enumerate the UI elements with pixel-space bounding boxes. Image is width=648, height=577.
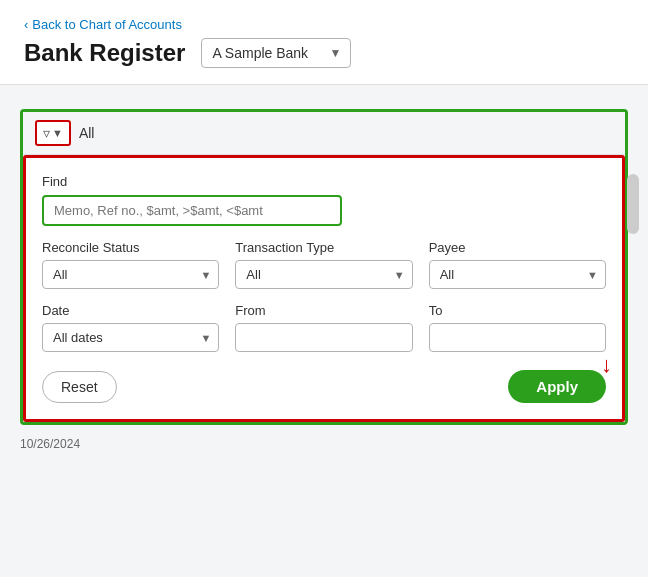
find-label: Find (42, 174, 606, 189)
filter-panel: Find Reconcile Status All Reconciled Unr… (23, 155, 625, 422)
filter-dropdown-icon: ▼ (52, 127, 63, 139)
filter-selects-row: Reconcile Status All Reconciled Unreconc… (42, 240, 606, 289)
date-stub: 10/26/2024 (20, 433, 628, 455)
from-input[interactable] (235, 323, 412, 352)
chevron-left-icon: ‹ (24, 17, 28, 32)
filter-bar: ▿ ▼ All (23, 112, 625, 155)
header-section: ‹ Back to Chart of Accounts Bank Registe… (0, 0, 648, 85)
back-link[interactable]: ‹ Back to Chart of Accounts (24, 17, 182, 32)
from-label: From (235, 303, 412, 318)
find-section: Find (42, 174, 606, 226)
bank-select[interactable]: A Sample Bank (201, 38, 351, 68)
filter-icon: ▿ (43, 125, 50, 141)
bank-select-wrapper: A Sample Bank ▼ (201, 38, 351, 68)
date-label: Date (42, 303, 219, 318)
filter-outer: ▿ ▼ All Find Reconcile Status (20, 109, 628, 425)
date-select[interactable]: All dates This month Last month Custom (42, 323, 219, 352)
reconcile-status-group: Reconcile Status All Reconciled Unreconc… (42, 240, 219, 289)
reset-button[interactable]: Reset (42, 371, 117, 403)
date-row: Date All dates This month Last month Cus… (42, 303, 606, 352)
payee-label: Payee (429, 240, 606, 255)
to-group: To (429, 303, 606, 352)
to-input[interactable] (429, 323, 606, 352)
to-label: To (429, 303, 606, 318)
reconcile-status-wrapper: All Reconciled Unreconciled ▼ (42, 260, 219, 289)
page-title: Bank Register (24, 39, 185, 67)
payee-select[interactable]: All (429, 260, 606, 289)
transaction-type-group: Transaction Type All Deposit Expense ▼ (235, 240, 412, 289)
apply-button[interactable]: Apply (508, 370, 606, 403)
back-link-label: Back to Chart of Accounts (32, 17, 182, 32)
apply-button-wrapper: ↓ Apply (508, 370, 606, 403)
date-wrapper: All dates This month Last month Custom ▼ (42, 323, 219, 352)
page-title-row: Bank Register A Sample Bank ▼ (24, 38, 624, 68)
apply-arrow-icon: ↓ (601, 352, 612, 378)
payee-group: Payee All ▼ (429, 240, 606, 289)
transaction-type-select[interactable]: All Deposit Expense (235, 260, 412, 289)
reconcile-status-label: Reconcile Status (42, 240, 219, 255)
page-container: ‹ Back to Chart of Accounts Bank Registe… (0, 0, 648, 577)
payee-wrapper: All ▼ (429, 260, 606, 289)
filter-label: All (79, 125, 95, 141)
action-row: Reset ↓ Apply (42, 370, 606, 403)
content-area: ▿ ▼ All Find Reconcile Status (0, 85, 648, 479)
transaction-type-label: Transaction Type (235, 240, 412, 255)
filter-toggle-button[interactable]: ▿ ▼ (35, 120, 71, 146)
date-group: Date All dates This month Last month Cus… (42, 303, 219, 352)
scrollbar[interactable] (627, 174, 639, 234)
from-group: From (235, 303, 412, 352)
reconcile-status-select[interactable]: All Reconciled Unreconciled (42, 260, 219, 289)
find-input[interactable] (42, 195, 342, 226)
transaction-type-wrapper: All Deposit Expense ▼ (235, 260, 412, 289)
